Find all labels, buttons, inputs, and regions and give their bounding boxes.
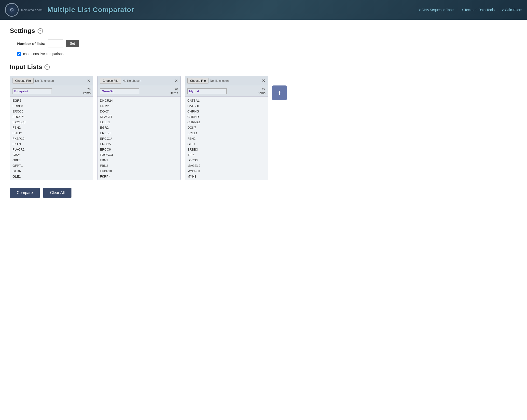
list-item: EXOSC3 [100, 152, 178, 158]
list-item: CATSAL [187, 98, 265, 103]
list-item: IRF6 [187, 152, 265, 158]
close-btn-3[interactable]: ✕ [262, 79, 265, 83]
list-card-1: Choose File No file chosen ✕ 78 items EG… [10, 76, 93, 180]
settings-section: Settings ? Number of lists: Set case-sen… [10, 27, 517, 56]
num-lists-input[interactable] [48, 40, 63, 47]
list-item: GBE1 [13, 158, 91, 163]
item-count-3: 27 items [258, 87, 265, 95]
list-item: GLE1 [13, 174, 91, 179]
close-btn-2[interactable]: ✕ [174, 79, 178, 83]
no-file-text-2: No file chosen [123, 79, 141, 83]
list-item: GLDN [13, 168, 91, 174]
set-button[interactable]: Set [66, 40, 79, 47]
nav-text-data-tools[interactable]: > Text and Data Tools [461, 8, 495, 12]
action-buttons: Compare Clear All [10, 188, 517, 198]
page-header: ⚙ molbiotools.com Multiple List Comparat… [0, 0, 527, 20]
no-file-text-3: No file chosen [210, 79, 229, 83]
list-item: FBN2 [100, 163, 178, 168]
case-sensitive-row: case-sensitive comparison [17, 52, 517, 56]
list-name-input-1[interactable] [13, 88, 52, 94]
list-item: FBN2 [187, 136, 265, 141]
list-item: MAGEL2 [187, 163, 265, 168]
choose-file-btn-3[interactable]: Choose File [187, 78, 208, 84]
list-name-row-2: 90 items [97, 86, 180, 97]
list-item: GFPT1 [13, 163, 91, 168]
list-item: FKTN [100, 179, 178, 180]
list-item: ERBB3 [187, 147, 265, 152]
list-item: ECEL1 [187, 131, 265, 136]
list-item: FHL1* [13, 131, 91, 136]
num-lists-label: Number of lists: [17, 42, 45, 46]
list-item: DOK7 [100, 109, 178, 114]
list-item: ERCC1* [100, 136, 178, 141]
list-item: CATSHL [187, 103, 265, 109]
logo-icon: ⚙ [5, 3, 19, 17]
list-item: EGR2 [100, 125, 178, 130]
compare-button[interactable]: Compare [10, 188, 40, 198]
choose-file-btn-2[interactable]: Choose File [100, 78, 121, 84]
list-item: FBN1 [100, 158, 178, 163]
list-item: DPAGT1 [100, 114, 178, 120]
nav-calculators[interactable]: > Calculators [502, 8, 522, 12]
num-lists-row: Number of lists: Set [17, 40, 517, 47]
list-item: ERBB3 [100, 131, 178, 136]
list-item: ERCC5 [100, 141, 178, 147]
list-items-2[interactable]: DHCR24 DNM2 DOK7 DPAGT1 ECEL1 EGR2 ERBB3… [97, 97, 180, 180]
list-item: EGR2 [13, 98, 91, 103]
list-item: CHRNA1 [187, 120, 265, 125]
list-item: ECEL1 [100, 120, 178, 125]
file-input-area-2: Choose File No file chosen [100, 78, 141, 84]
add-list-button[interactable]: + [272, 85, 287, 100]
list-name-input-3[interactable] [187, 88, 227, 94]
list-item: MYBPC1 [187, 168, 265, 174]
list-item: CHRND [187, 114, 265, 120]
list-item: DOK7 [187, 125, 265, 130]
file-input-area-1: Choose File No file chosen [13, 78, 54, 84]
list-item: LCCS3 [187, 158, 265, 163]
list-item: ERBB3 [13, 103, 91, 109]
list-items-3[interactable]: CATSAL CATSHL CHRNG CHRND CHRNA1 DOK7 EC… [185, 97, 268, 180]
list-item: GBA* [13, 152, 91, 158]
logo-area: ⚙ molbiotools.com [5, 3, 42, 17]
list-item: FKBP10 [100, 168, 178, 174]
list-item: ERCC6* [13, 114, 91, 120]
list-items-1[interactable]: EGR2 ERBB3 ERCC5 ERCC6* EXOSC3 FBN2 FHL1… [10, 97, 93, 180]
list-card-2: Choose File No file chosen ✕ 90 items DH… [97, 76, 181, 180]
input-lists-section: Input Lists ? Choose File No file chosen… [10, 63, 517, 180]
list-card-1-header: Choose File No file chosen ✕ [10, 76, 93, 86]
list-item: GLE1 [187, 141, 265, 147]
list-card-3-header: Choose File No file chosen ✕ [185, 76, 268, 86]
list-name-row-1: 78 items [10, 86, 93, 97]
list-item: DHCR24 [100, 98, 178, 103]
list-name-row-3: 27 items [185, 86, 268, 97]
nav-dna-tools[interactable]: > DNA Sequence Tools [419, 8, 454, 12]
list-item: MYH3 [187, 174, 265, 179]
item-count-2: 90 items [170, 87, 178, 95]
list-item: ERCC5 [13, 109, 91, 114]
list-item: EXOSC3 [13, 120, 91, 125]
lists-container: Choose File No file chosen ✕ 78 items EG… [10, 76, 517, 180]
list-item: CHRNG [187, 109, 265, 114]
case-sensitive-checkbox[interactable] [17, 52, 21, 56]
nav-links: > DNA Sequence Tools > Text and Data Too… [419, 8, 522, 12]
list-item: FBN2 [13, 125, 91, 130]
list-card-2-header: Choose File No file chosen ✕ [97, 76, 180, 86]
clear-all-button[interactable]: Clear All [43, 188, 72, 198]
list-item: MYH8 [187, 179, 265, 180]
list-name-input-2[interactable] [100, 88, 139, 94]
settings-title: Settings ? [10, 27, 517, 35]
list-item: FKRP* [100, 174, 178, 179]
choose-file-btn-1[interactable]: Choose File [13, 78, 34, 84]
main-content: Settings ? Number of lists: Set case-sen… [0, 20, 527, 205]
input-lists-help-icon[interactable]: ? [44, 64, 50, 70]
close-btn-1[interactable]: ✕ [87, 79, 91, 83]
settings-help-icon[interactable]: ? [38, 28, 43, 34]
list-item: FKTN [13, 141, 91, 147]
input-lists-title: Input Lists ? [10, 63, 517, 71]
site-name: molbiotools.com [21, 8, 42, 12]
file-input-area-3: Choose File No file chosen [187, 78, 229, 84]
item-count-1: 78 items [83, 87, 91, 95]
list-item: KAT6B [13, 179, 91, 180]
list-item: ERCC6 [100, 147, 178, 152]
app-title: Multiple List Comparator [47, 6, 414, 14]
